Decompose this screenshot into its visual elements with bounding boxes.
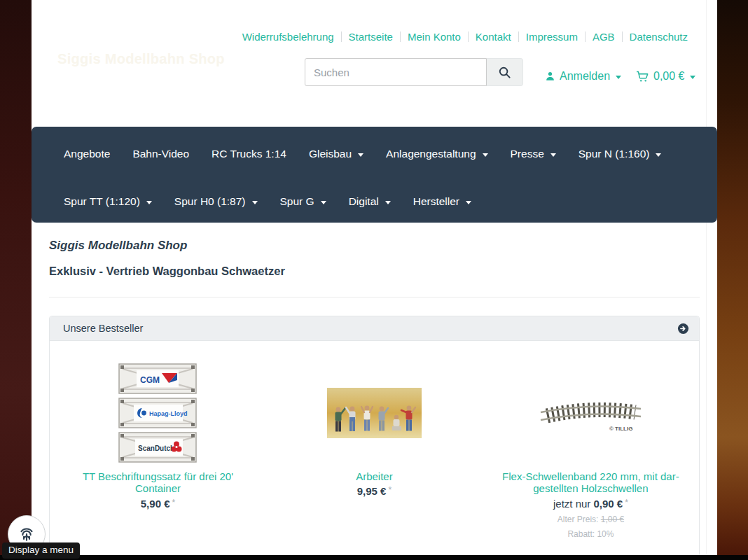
topbar-link-agb[interactable]: AGB [586, 31, 622, 43]
nav-item-bahn-video[interactable]: Bahn-Video [132, 148, 189, 160]
product-image-schwellenband[interactable]: © TILLIG [483, 360, 699, 466]
product-price: 9,95 €* [266, 485, 483, 497]
arrow-right-circle-icon[interactable] [677, 323, 689, 335]
container-logo-scandutch: ScanDutch [138, 444, 174, 452]
fingerprint-icon [16, 524, 37, 545]
desktop-wallpaper-left [0, 0, 32, 560]
product-card-schwellenband: © TILLIG Flex-Schwellenband 220 mm, mit … [483, 360, 699, 539]
topbar-link-datenschutz[interactable]: Datenschutz [623, 31, 695, 43]
bestseller-heading: Unsere Bestseller [63, 323, 143, 334]
chevron-down-icon [483, 153, 488, 157]
page-subtitle: Exklusiv - Vertrieb Waggonbau Schwaetzer [49, 265, 700, 278]
login-label: Anmelden [560, 70, 610, 83]
browser-page: Siggis Modellbahn Shop Widerrufsbelehrun… [32, 0, 717, 555]
product-image-container-set[interactable]: CGM [50, 360, 266, 466]
product-title[interactable]: Arbeiter [266, 470, 483, 482]
topbar-link-kontakt[interactable]: Kontakt [469, 31, 518, 43]
chevron-down-icon [690, 76, 695, 79]
product-image-arbeiter[interactable] [266, 360, 483, 466]
cart-icon [636, 71, 649, 83]
tooltip-display-a-menu: Display a menu [2, 542, 80, 559]
search-bar [305, 58, 523, 86]
divider [49, 297, 700, 298]
login-dropdown[interactable]: Anmelden [545, 70, 621, 83]
topbar-link-startseite[interactable]: Startseite [342, 31, 400, 43]
cart-total: 0,00 € [653, 70, 684, 83]
chevron-down-icon [616, 76, 621, 79]
product-card-container-set: CGM [50, 360, 266, 539]
workers-image [327, 388, 422, 438]
topbar-link-mein-konto[interactable]: Mein Konto [401, 31, 468, 43]
chevron-down-icon [385, 201, 391, 204]
container-logo-hapag: Hapag-Lloyd [149, 410, 188, 417]
user-icon [545, 71, 555, 82]
product-title[interactable]: Flex-Schwellenband 220 mm, mit dar- gest… [483, 470, 699, 495]
price-prefix: jetzt nur [553, 498, 594, 510]
chevron-down-icon [550, 153, 556, 157]
price-footnote-asterisk: * [172, 498, 176, 507]
bestseller-panel: Unsere Bestseller [49, 316, 700, 560]
chevron-down-icon [252, 201, 258, 204]
nav-item-spur-n[interactable]: Spur N (1:160) [579, 148, 662, 160]
nav-item-spur-g[interactable]: Spur G [280, 195, 326, 208]
nav-item-angebote[interactable]: Angebote [64, 148, 110, 160]
main-navigation: Angebote Bahn-Video RC Trucks 1:14 Gleis… [32, 127, 717, 223]
chevron-down-icon [321, 201, 326, 204]
nav-row-2: Spur TT (1:120) Spur H0 (1:87) Spur G Di… [32, 188, 717, 216]
product-title[interactable]: TT Beschriftungssatz für drei 20' Contai… [50, 470, 266, 495]
topbar-link-widerrufsbelehrung[interactable]: Widerrufsbelehrung [235, 31, 341, 43]
bestseller-panel-header: Unsere Bestseller [50, 316, 699, 341]
page-title: Siggis Modellbahn Shop [49, 239, 700, 253]
container-set-image: CGM [118, 363, 197, 463]
search-button[interactable] [487, 58, 523, 86]
search-input[interactable] [305, 58, 487, 86]
shop-logo[interactable]: Siggis Modellbahn Shop [57, 51, 225, 67]
old-price-value: 1,00 € [601, 514, 624, 524]
flex-track-image: © TILLIG [537, 391, 644, 435]
chevron-down-icon [358, 153, 363, 157]
container-logo-cgm: CGM [140, 375, 160, 385]
bestseller-products: CGM [50, 341, 699, 560]
old-price-line: Alter Preis: 1,00 € [483, 514, 699, 524]
nav-item-spur-tt[interactable]: Spur TT (1:120) [64, 195, 152, 208]
product-price: jetzt nur 0,90 €* [483, 498, 699, 510]
discount-line: Rabatt: 10% [483, 529, 699, 539]
nav-item-hersteller[interactable]: Hersteller [413, 195, 471, 208]
chevron-down-icon [466, 201, 471, 204]
scrollbar-track[interactable] [706, 0, 707, 555]
page-content: Siggis Modellbahn Shop Exklusiv - Vertri… [49, 223, 700, 560]
desktop-wallpaper-right [717, 0, 748, 560]
nav-item-anlagengestaltung[interactable]: Anlagengestaltung [386, 148, 487, 160]
price-footnote-asterisk: * [388, 485, 392, 495]
cart-dropdown[interactable]: 0,00 € [636, 70, 695, 83]
nav-item-gleisbau[interactable]: Gleisbau [309, 148, 363, 160]
search-icon [498, 66, 511, 79]
nav-row-1: Angebote Bahn-Video RC Trucks 1:14 Gleis… [32, 140, 717, 168]
nav-item-spur-h0[interactable]: Spur H0 (1:87) [174, 195, 258, 208]
nav-item-rc-trucks[interactable]: RC Trucks 1:14 [212, 148, 286, 160]
nav-item-digital[interactable]: Digital [349, 195, 391, 208]
topbar-links: Widerrufsbelehrung Startseite Mein Konto… [235, 31, 695, 43]
chevron-down-icon [656, 153, 661, 157]
screen-bottom-bar [0, 555, 748, 560]
image-credit-tillig: © TILLIG [609, 426, 632, 432]
chevron-down-icon [146, 201, 152, 204]
topbar-link-impressum[interactable]: Impressum [519, 31, 585, 43]
product-card-arbeiter: Arbeiter 9,95 €* [266, 360, 483, 539]
price-footnote-asterisk: * [625, 498, 628, 507]
nav-item-presse[interactable]: Presse [511, 148, 556, 160]
product-price: 5,90 €* [50, 498, 266, 510]
